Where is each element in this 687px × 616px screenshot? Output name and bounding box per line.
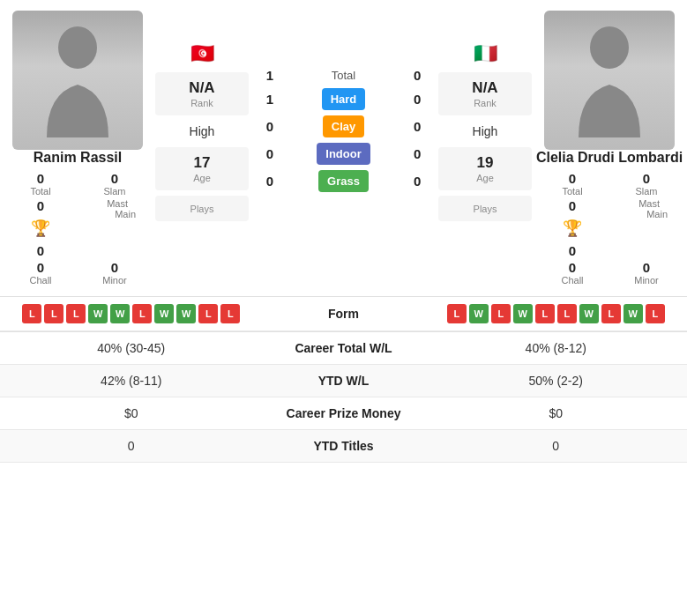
grass-btn-center[interactable]: Grass — [277, 170, 410, 192]
form-badge: W — [154, 304, 174, 323]
left-age-label: Age — [161, 173, 243, 183]
bottom-stats-table: 40% (30-45) Career Total W/L 40% (8-12) … — [0, 331, 687, 463]
right-slam-label: Slam — [635, 186, 657, 197]
clay-row: 0 Clay 0 — [252, 115, 435, 137]
right-center-stats: 🇮🇹 N/A Rank High 19 Age Plays — [438, 11, 532, 221]
grass-surface-button[interactable]: Grass — [318, 170, 369, 192]
stat-right-value: 50% (2-2) — [432, 374, 681, 388]
hard-surface-button[interactable]: Hard — [322, 88, 366, 110]
left-player-avatar — [12, 11, 143, 150]
form-badge: L — [447, 304, 467, 323]
right-player-avatar — [544, 11, 675, 150]
right-rank-box: N/A Rank — [438, 72, 532, 115]
stat-left-value: 0 — [7, 439, 256, 453]
form-badge: W — [88, 304, 108, 323]
right-total-label: Total — [562, 186, 582, 197]
h2h-center-col: 1 Total 0 1 Hard 0 0 Clay 0 — [252, 11, 435, 192]
stats-row: $0 Career Prize Money $0 — [0, 397, 687, 430]
left-chall-label: Chall — [29, 275, 51, 286]
right-flag: 🇮🇹 — [474, 42, 497, 65]
stat-center-label: YTD W/L — [256, 374, 432, 388]
right-chall-value: 0 — [569, 260, 576, 275]
form-badge: L — [198, 304, 218, 323]
comparison-section: Ranim Rassil 0 Total 0 Slam 0 🏆 0 Mast — [0, 0, 687, 296]
form-badge: L — [220, 304, 240, 323]
indoor-left-score: 0 — [252, 146, 273, 161]
left-total-label: Total — [30, 186, 50, 197]
stats-row: 0 YTD Titles 0 — [0, 430, 687, 463]
stat-center-label: YTD Titles — [256, 439, 432, 453]
right-mast-stat: 0 🏆 0 — [539, 198, 606, 258]
main-container: Ranim Rassil 0 Total 0 Slam 0 🏆 0 Mast — [0, 0, 687, 463]
indoor-right-score: 0 — [414, 146, 435, 161]
left-center-stats: 🇹🇳 N/A Rank High 17 Age Plays — [155, 11, 249, 221]
stat-left-value: $0 — [7, 406, 256, 420]
right-form-badges: LWLWLLWLWL — [432, 304, 681, 323]
left-mast-label: Mast — [101, 198, 128, 209]
right-slam-value: 0 — [643, 171, 650, 186]
right-slam-stat: 0 Slam — [613, 171, 680, 197]
indoor-row: 0 Indoor 0 — [252, 143, 435, 165]
grass-left-score: 0 — [252, 174, 273, 189]
right-total-stat: 0 Total — [539, 171, 606, 197]
form-badge: L — [66, 304, 86, 323]
right-trophy-icon: 🏆 — [563, 219, 582, 238]
right-minor-stat: 0 Minor — [613, 260, 680, 286]
total-right-score: 0 — [414, 68, 435, 83]
left-slam-label: Slam — [103, 186, 125, 197]
right-player-card: Clelia Drudi Lombardi 0 Total 0 Slam 0 🏆… — [535, 11, 683, 286]
right-mast-value: 0 — [569, 198, 576, 213]
form-badge: W — [176, 304, 196, 323]
stat-right-value: $0 — [432, 406, 681, 420]
stat-left-value: 42% (8-11) — [7, 374, 256, 388]
clay-right-score: 0 — [414, 119, 435, 134]
right-chall-label: Chall — [561, 275, 583, 286]
left-rank-label: Rank — [161, 98, 243, 108]
left-mast-stat: 0 🏆 0 — [7, 198, 74, 258]
form-section: LLLWWLWWLL Form LWLWLLWLWL — [0, 296, 687, 331]
left-minor-value: 0 — [111, 260, 118, 275]
right-age-box: 19 Age — [438, 147, 532, 190]
left-slam-value: 0 — [111, 171, 118, 186]
left-age-box: 17 Age — [155, 147, 249, 190]
clay-surface-button[interactable]: Clay — [323, 115, 364, 137]
stat-right-value: 0 — [432, 439, 681, 453]
stats-row: 42% (8-11) YTD W/L 50% (2-2) — [0, 365, 687, 397]
left-peak-label: High — [190, 121, 215, 142]
total-left-score: 1 — [252, 68, 273, 83]
form-badge: W — [110, 304, 130, 323]
indoor-surface-button[interactable]: Indoor — [317, 143, 370, 165]
right-peak-label: High — [473, 121, 498, 142]
form-badge: L — [646, 304, 665, 323]
stat-right-value: 40% (8-12) — [432, 341, 681, 355]
total-label-center: Total — [277, 67, 410, 83]
right-age-label: Age — [444, 173, 526, 183]
form-badge: L — [535, 304, 555, 323]
grass-row: 0 Grass 0 — [252, 170, 435, 192]
left-minor-label: Minor — [102, 275, 127, 286]
right-total-value: 0 — [569, 171, 576, 186]
left-plays-box: Plays — [155, 196, 249, 221]
right-plays-box: Plays — [438, 196, 532, 221]
right-age-value: 19 — [444, 154, 526, 172]
left-slam-stat: 0 Slam — [81, 171, 148, 197]
form-badge: L — [132, 304, 152, 323]
left-player-card: Ranim Rassil 0 Total 0 Slam 0 🏆 0 Mast — [4, 11, 152, 286]
left-rank-box: N/A Rank — [155, 72, 249, 115]
left-minor-stat: 0 Minor — [81, 260, 148, 286]
left-main-value: 0 — [37, 243, 44, 258]
right-rank-label: Rank — [444, 98, 526, 108]
hard-btn-center[interactable]: Hard — [277, 88, 410, 110]
right-minor-value: 0 — [643, 260, 650, 275]
hard-left-score: 1 — [252, 92, 273, 107]
form-badge: W — [513, 304, 533, 323]
form-label: Form — [256, 307, 432, 321]
indoor-btn-center[interactable]: Indoor — [277, 143, 410, 165]
grass-right-score: 0 — [414, 174, 435, 189]
clay-btn-center[interactable]: Clay — [277, 115, 410, 137]
left-form-badges: LLLWWLWWLL — [7, 304, 256, 323]
left-main-label: Main — [109, 209, 136, 219]
left-total-value: 0 — [37, 171, 44, 186]
left-player-name: Ranim Rassil — [4, 150, 152, 166]
form-badge: W — [579, 304, 599, 323]
